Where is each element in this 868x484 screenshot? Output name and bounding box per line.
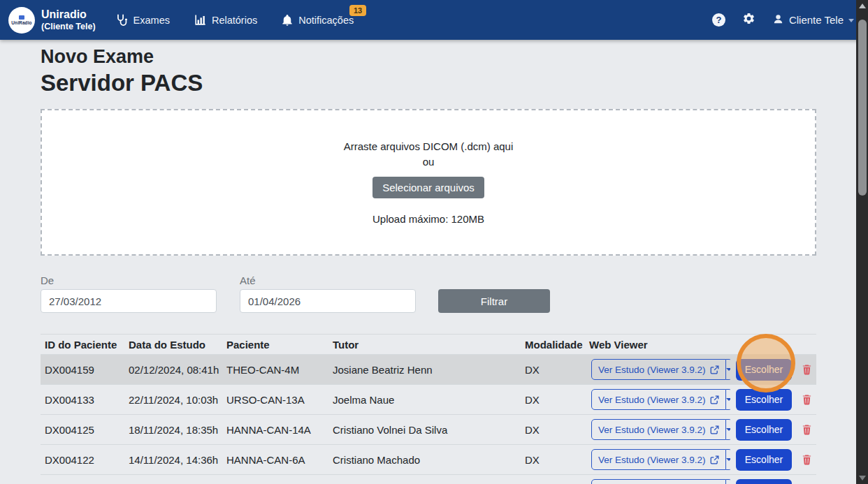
date-to-group: Até (240, 274, 416, 313)
delete-button[interactable] (802, 424, 812, 435)
nav-item-relatorios[interactable]: Relatórios (194, 13, 257, 27)
nav-item-exames[interactable]: Exames (115, 13, 170, 27)
stethoscope-icon (115, 13, 129, 27)
uniradio-logo-icon: UniRadio (8, 7, 35, 34)
choose-button[interactable]: Escolher (736, 359, 792, 381)
cell-study-date: 14/11/2024, 14:36h (124, 454, 222, 466)
cell-tutor: Joelma Naue (328, 394, 521, 406)
header-web-viewer: Web Viewer (585, 339, 730, 351)
trash-icon (802, 364, 812, 375)
view-study-button[interactable]: Ver Estudo (Viewer 3.9.2) (591, 359, 726, 380)
choose-button[interactable]: Escolher (736, 479, 792, 484)
view-study-button[interactable]: Ver Estudo (Viewer 3.9.2) (591, 389, 726, 410)
delete-button[interactable] (802, 394, 812, 405)
vertical-scrollbar[interactable] (856, 0, 868, 484)
header-study-date: Data do Estudo (124, 339, 222, 351)
cell-study-date: 22/11/2024, 10:03h (124, 394, 222, 406)
choose-button[interactable]: Escolher (736, 419, 792, 441)
viewer-split-button: Ver Estudo (Viewer 3.9.2) (591, 449, 730, 470)
cell-patient: THEO-CAN-4M (222, 364, 328, 376)
user-menu-label: Cliente Tele (789, 14, 844, 26)
cell-patient: HANNA-CAN-14A (222, 424, 328, 436)
scrollbar-up-arrow-icon[interactable] (859, 3, 866, 8)
studies-table: ID do Paciente Data do Estudo Paciente T… (41, 334, 816, 484)
date-from-input[interactable] (41, 289, 217, 313)
nav-item-notificacoes[interactable]: Notificações 13 (281, 13, 354, 27)
brand-subtitle: (Cliente Tele) (41, 22, 96, 31)
logo-mark (19, 15, 24, 20)
cell-patient-id: DX004133 (41, 394, 124, 406)
date-to-label: Até (240, 274, 416, 286)
date-to-input[interactable] (240, 289, 416, 313)
cell-study-date: 02/12/2024, 08:41h (124, 364, 222, 376)
delete-button[interactable] (802, 364, 812, 375)
notification-count-badge[interactable]: 13 (349, 5, 366, 16)
upload-max-hint: Upload máximo: 120MB (372, 213, 484, 225)
user-menu[interactable]: Cliente Tele (772, 13, 854, 27)
viewer-split-button: Ver Estudo (Viewer 3.9.2) (591, 479, 730, 484)
nav-label-notificacoes: Notificações (298, 15, 354, 26)
brand-name: Uniradio (41, 8, 96, 21)
date-from-group: De (41, 274, 217, 313)
date-filters: De Até Filtrar (41, 274, 816, 313)
viewer-split-button: Ver Estudo (Viewer 3.9.2) (591, 389, 730, 410)
cell-modality: DX (521, 424, 585, 436)
view-study-button[interactable]: Ver Estudo (Viewer 3.9.2) (591, 449, 726, 470)
logo-text: UniRadio (11, 20, 31, 25)
person-icon (772, 13, 784, 27)
cell-patient: HANNA-CAN-6A (222, 454, 328, 466)
header-patient: Paciente (222, 339, 328, 351)
header-tutor: Tutor (328, 339, 521, 351)
external-link-icon (710, 365, 719, 374)
view-study-button[interactable]: Ver Estudo (Viewer 3.9.2) (591, 479, 726, 484)
chevron-down-icon (848, 19, 854, 22)
settings-button[interactable] (742, 12, 755, 28)
cell-patient-id: DX004159 (41, 364, 124, 376)
external-link-icon (710, 455, 719, 464)
cell-tutor: Cristiano Volnei Da Silva (328, 424, 521, 436)
cell-modality: DX (521, 454, 585, 466)
trash-icon (802, 454, 812, 465)
cell-patient-id: DX004122 (41, 454, 124, 466)
brand-text: Uniradio (Cliente Tele) (41, 8, 96, 31)
select-files-button[interactable]: Selecionar arquivos (372, 177, 484, 198)
view-study-button[interactable]: Ver Estudo (Viewer 3.9.2) (591, 419, 726, 440)
page-title: Novo Exame (41, 46, 816, 68)
choose-button[interactable]: Escolher (736, 449, 792, 471)
table-row: DX004133 22/11/2024, 10:03h URSO-CAN-13A… (41, 384, 816, 414)
trash-icon (802, 424, 812, 435)
filter-button[interactable]: Filtrar (438, 289, 550, 313)
main-nav: Exames Relatórios Notificações 1 (115, 13, 354, 27)
table-header-row: ID do Paciente Data do Estudo Paciente T… (41, 334, 816, 354)
dropzone-instruction: Arraste arquivos DICOM (.dcm) aqui (344, 140, 514, 152)
cell-modality: DX (521, 394, 585, 406)
bar-chart-icon (194, 13, 207, 27)
cell-patient-id: DX004125 (41, 424, 124, 436)
viewer-split-button: Ver Estudo (Viewer 3.9.2) (591, 419, 730, 440)
scrollbar-thumb[interactable] (858, 20, 867, 196)
nav-label-exames: Exames (133, 15, 170, 26)
cell-tutor: Cristiano Machado (328, 454, 521, 466)
cell-patient: URSO-CAN-13A (222, 394, 328, 406)
bell-icon (281, 13, 294, 27)
main-content: Novo Exame Servidor PACS Arraste arquivo… (0, 40, 868, 484)
header-patient-id: ID do Paciente (41, 339, 124, 351)
navbar-right: ? Cliente Tele (712, 12, 854, 28)
table-row: DX004125 18/11/2024, 18:35h HANNA-CAN-14… (41, 414, 816, 444)
table-row: DX004122 14/11/2024, 14:36h HANNA-CAN-6A… (41, 444, 816, 474)
external-link-icon (710, 425, 719, 434)
scrollbar-down-arrow-icon[interactable] (859, 476, 866, 481)
choose-button[interactable]: Escolher (736, 389, 792, 411)
brand[interactable]: UniRadio Uniradio (Cliente Tele) (8, 7, 96, 34)
table-row: DX004116 12/11/2024, 09:38h XUPURITA-CAN… (41, 474, 816, 484)
external-link-icon (710, 395, 719, 404)
delete-button[interactable] (802, 454, 812, 465)
page-subtitle: Servidor PACS (41, 70, 816, 96)
dicom-dropzone[interactable]: Arraste arquivos DICOM (.dcm) aqui ou Se… (41, 109, 816, 256)
cell-modality: DX (521, 364, 585, 376)
help-button[interactable]: ? (712, 13, 725, 27)
question-circle-icon: ? (712, 13, 725, 27)
top-navbar: UniRadio Uniradio (Cliente Tele) Exames (0, 0, 868, 40)
table-row: DX004159 02/12/2024, 08:41h THEO-CAN-4M … (41, 354, 816, 384)
cell-study-date: 18/11/2024, 18:35h (124, 424, 222, 436)
